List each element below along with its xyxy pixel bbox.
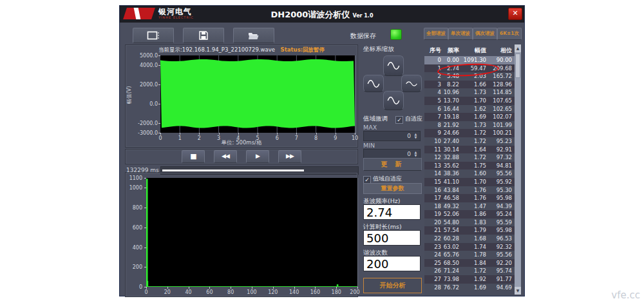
spinner-arrows-icon[interactable]: ▲▼ <box>413 150 419 159</box>
table-row[interactable]: 00.001091.3090.00 <box>424 56 515 64</box>
table-row[interactable]: 2054.801.8395.59 <box>424 218 515 227</box>
table-row[interactable]: 2260.281.6896.53 <box>424 235 515 243</box>
x-tick-mark <box>336 133 336 135</box>
max-input[interactable]: 0 ▲▼ <box>363 131 421 141</box>
table-row[interactable]: 2671.241.7295.74 <box>424 267 515 275</box>
table-row[interactable]: 616.441.62102.65 <box>424 105 515 113</box>
stop-button[interactable]: ■ <box>182 150 205 163</box>
table-cell: 92.20 <box>497 260 512 266</box>
table-row[interactable]: 1438.361.6095.56 <box>424 170 515 178</box>
table-cell: 6 <box>438 106 441 112</box>
scroll-up-icon[interactable]: ▲ <box>515 44 521 52</box>
auto-adapt-checkbox[interactable]: ✓ 自适应 <box>395 115 422 124</box>
table-row[interactable]: 410.961.73114.85 <box>424 88 515 97</box>
table-row[interactable]: 2568.501.8492.20 <box>424 259 515 267</box>
y-tick-label: 5000.0 <box>131 53 158 59</box>
sine-wave-icon <box>366 79 381 88</box>
x-tick-mark <box>180 133 180 135</box>
rewind-button[interactable]: ◀◀ <box>214 150 237 163</box>
table-row[interactable]: 1746.581.7695.98 <box>424 194 515 202</box>
spectrum-graph <box>146 178 357 287</box>
x-tick-label: 100 <box>247 289 256 295</box>
close-button[interactable]: ✕ <box>508 8 522 20</box>
y-tick-label: 800 <box>127 205 142 211</box>
x-tick-mark <box>336 287 337 289</box>
max-value: 0 <box>407 133 411 139</box>
zoom-x-expand-button[interactable] <box>401 75 422 92</box>
table-cell: 22 <box>434 235 441 242</box>
table-row[interactable]: 1232.881.7297.32 <box>424 153 515 162</box>
table-cell: 63.02 <box>444 244 459 250</box>
table-row[interactable]: 25.482.03165.72 <box>424 72 515 81</box>
table-scrollbar[interactable]: ▲ ▼ <box>515 44 521 295</box>
table-cell: 101.99 <box>493 122 512 128</box>
table-cell: 1.73 <box>474 89 486 95</box>
spinner-arrows-icon[interactable]: ▲▼ <box>413 131 419 141</box>
play-button[interactable]: ▶ <box>246 150 269 163</box>
open-file-button[interactable] <box>233 28 274 43</box>
y-tick-mark <box>144 208 146 208</box>
table-row[interactable]: 2876.721.6994.69 <box>424 284 515 292</box>
scroll-down-icon[interactable]: ▼ <box>515 287 521 295</box>
table-cell: 1.74 <box>474 244 486 250</box>
table-header-cell: 频率 <box>448 46 459 55</box>
zoom-y-compress-button[interactable] <box>383 91 404 110</box>
table-row[interactable]: 821.921.73101.99 <box>424 121 515 130</box>
device-button[interactable] <box>133 28 174 43</box>
fast-forward-button[interactable]: ▶▶ <box>278 150 301 163</box>
table-row[interactable]: 2363.021.7492.32 <box>424 243 515 251</box>
y-tick-mark <box>144 267 146 267</box>
table-cell: 18 <box>434 203 441 209</box>
table-row[interactable]: 12.7459.47209.68 <box>424 64 515 73</box>
x-tick-label: 160 <box>310 289 320 295</box>
table-row[interactable]: 1849.321.4794.39 <box>424 202 515 211</box>
calc-duration-input[interactable]: 500 <box>363 230 421 246</box>
current-file-label: 当前显示:192.168.1.94_P3_22100729.wave <box>158 46 275 53</box>
start-analysis-button[interactable]: 开始分析 <box>363 278 422 293</box>
table-row[interactable]: 1541.101.7095.92 <box>424 178 515 186</box>
table-header-cell: 序号 <box>430 46 441 55</box>
window-title: DH2000谐波分析仪Ver 1.0 <box>120 9 524 21</box>
table-row[interactable]: 924.661.72100.21 <box>424 129 515 137</box>
y-tick-label: -3000.0 <box>131 130 158 136</box>
table-cell: 8 <box>438 122 441 128</box>
fundamental-freq-input[interactable]: 2.74 <box>363 204 421 220</box>
table-cell: 12 <box>434 154 441 160</box>
save-button[interactable] <box>183 28 224 43</box>
table-row[interactable]: 1643.841.7695.30 <box>424 186 515 195</box>
filter-button-2[interactable]: 偶次谐波 <box>473 28 497 40</box>
reset-params-button[interactable]: 重置参数 <box>363 183 422 194</box>
zoom-x-compress-button[interactable] <box>363 75 384 92</box>
x-tick-mark <box>258 133 258 135</box>
harmonic-count-input[interactable]: 200 <box>363 256 421 271</box>
filter-button-1[interactable]: 单次谐波 <box>448 28 473 40</box>
table-row[interactable]: 1952.061.8695.24 <box>424 210 515 218</box>
table-row[interactable]: 513.701.70107.65 <box>424 97 515 105</box>
x-tick-mark <box>294 287 295 289</box>
table-cell: 1.62 <box>474 106 486 112</box>
table-row[interactable]: 2465.761.7895.56 <box>424 251 515 259</box>
table-row[interactable]: 1027.401.7295.23 <box>424 137 515 146</box>
table-row[interactable]: 719.181.69102.07 <box>424 113 515 121</box>
app-window: 银河电气 YINHE ELECTRIC DH2000谐波分析仪Ver 1.0 ✕… <box>119 5 525 296</box>
table-row[interactable]: 1130.141.6492.91 <box>424 146 515 154</box>
scrollbar-thumb[interactable] <box>515 53 520 78</box>
table-cell: 23 <box>434 244 441 250</box>
table-cell: 71.24 <box>444 267 459 274</box>
table-row[interactable]: 1335.621.7594.81 <box>424 162 515 170</box>
filter-button-3[interactable]: 6K±1次 <box>497 28 522 40</box>
range-auto-checkbox[interactable]: ✓ 值域自适应 <box>363 175 402 184</box>
zoom-y-expand-button[interactable] <box>383 55 404 76</box>
table-row[interactable]: 38.221.66128.96 <box>424 81 515 89</box>
y-tick-mark <box>144 248 146 248</box>
table-cell: 1.70 <box>474 97 486 104</box>
spectrum-plot <box>146 178 358 287</box>
update-button[interactable]: 更 新 <box>363 158 422 171</box>
min-value: 0 <box>407 151 411 157</box>
y-tick-mark <box>158 84 160 85</box>
table-row[interactable]: 2773.981.9291.77 <box>424 275 515 284</box>
table-cell: 24.66 <box>444 130 459 136</box>
x-tick-mark <box>160 133 161 135</box>
filter-button-0[interactable]: 全部谐波 <box>424 28 448 40</box>
table-row[interactable]: 2157.541.7995.98 <box>424 226 515 235</box>
